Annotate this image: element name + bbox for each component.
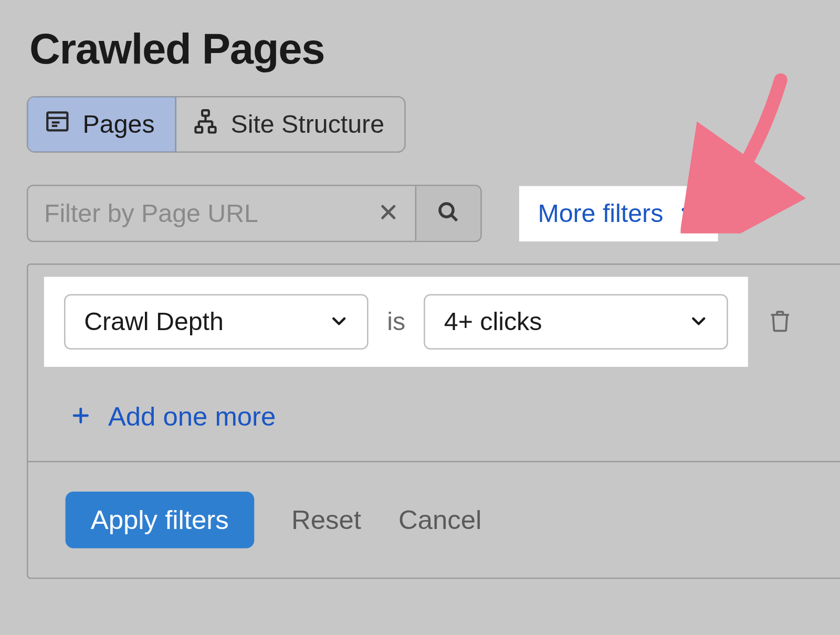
- filter-field-value: Crawl Depth: [84, 308, 224, 336]
- chevron-down-icon: [690, 308, 709, 336]
- sitemap-icon: [192, 108, 219, 141]
- filter-field-dropdown[interactable]: Crawl Depth: [64, 294, 369, 350]
- search-icon: [437, 201, 460, 226]
- cancel-button[interactable]: Cancel: [398, 505, 481, 535]
- filter-panel: Crawl Depth is 4+ clicks: [27, 263, 840, 579]
- page-icon: [44, 108, 71, 141]
- tab-pages-label: Pages: [83, 110, 155, 139]
- search-button[interactable]: [415, 186, 481, 241]
- tab-site-structure[interactable]: Site Structure: [175, 98, 405, 152]
- svg-rect-4: [202, 110, 209, 116]
- tab-structure-label: Site Structure: [230, 110, 384, 139]
- clear-button[interactable]: [362, 186, 415, 241]
- search-box: [27, 185, 482, 242]
- reset-button[interactable]: Reset: [291, 505, 361, 535]
- tabs: Pages Site Structure: [27, 96, 406, 153]
- svg-rect-5: [195, 127, 202, 133]
- filter-footer: Apply filters Reset Cancel: [28, 461, 840, 577]
- more-filters-label: More filters: [538, 199, 663, 228]
- svg-rect-6: [209, 127, 216, 133]
- add-filter-label: Add one more: [108, 401, 276, 431]
- page-title: Crawled Pages: [0, 0, 840, 73]
- chevron-down-icon: [330, 308, 349, 336]
- svg-point-13: [440, 204, 453, 217]
- filter-value: 4+ clicks: [444, 308, 542, 336]
- add-filter-button[interactable]: Add one more: [28, 379, 276, 461]
- tab-pages[interactable]: Pages: [27, 96, 176, 153]
- trash-icon: [768, 307, 792, 336]
- filter-row: Crawl Depth is 4+ clicks: [28, 265, 840, 379]
- svg-line-14: [452, 215, 457, 221]
- filter-value-dropdown[interactable]: 4+ clicks: [424, 294, 729, 350]
- chevron-down-icon: [679, 199, 699, 228]
- apply-button[interactable]: Apply filters: [66, 492, 254, 548]
- delete-filter-button[interactable]: [768, 307, 792, 336]
- filter-operator: is: [387, 308, 405, 336]
- filter-row-highlight: Crawl Depth is 4+ clicks: [44, 277, 748, 367]
- close-icon: [379, 202, 398, 225]
- search-input[interactable]: [28, 186, 362, 241]
- plus-icon: [71, 401, 91, 431]
- more-filters-toggle[interactable]: More filters: [519, 186, 718, 241]
